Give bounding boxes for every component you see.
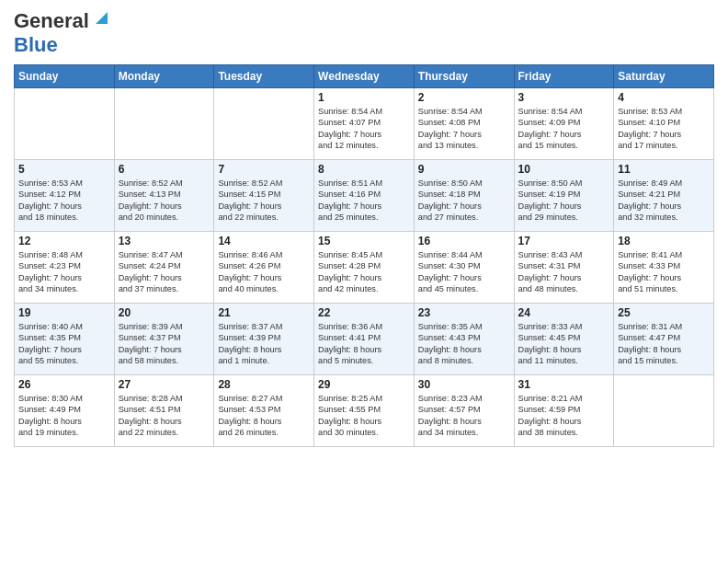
- day-number: 9: [418, 163, 510, 176]
- day-number: 29: [318, 378, 410, 391]
- calendar-week-1: 5Sunrise: 8:53 AMSunset: 4:12 PMDaylight…: [15, 160, 714, 232]
- calendar-cell: 25Sunrise: 8:31 AMSunset: 4:47 PMDayligh…: [614, 304, 714, 375]
- day-number: 1: [318, 91, 410, 104]
- calendar-cell: 9Sunrise: 8:50 AMSunset: 4:18 PMDaylight…: [414, 160, 514, 232]
- logo: General Blue: [14, 9, 108, 57]
- header: General Blue: [14, 9, 714, 57]
- day-info: Sunrise: 8:45 AMSunset: 4:28 PMDaylight:…: [318, 249, 410, 295]
- calendar-cell: 31Sunrise: 8:21 AMSunset: 4:59 PMDayligh…: [514, 375, 614, 447]
- calendar-cell: 22Sunrise: 8:36 AMSunset: 4:41 PMDayligh…: [314, 304, 415, 375]
- calendar-cell: [614, 375, 714, 447]
- day-number: 3: [518, 91, 610, 104]
- day-info: Sunrise: 8:23 AMSunset: 4:57 PMDaylight:…: [418, 393, 510, 439]
- day-info: Sunrise: 8:52 AMSunset: 4:13 PMDaylight:…: [119, 178, 210, 224]
- calendar-cell: 28Sunrise: 8:27 AMSunset: 4:53 PMDayligh…: [214, 375, 314, 447]
- calendar-cell: 13Sunrise: 8:47 AMSunset: 4:24 PMDayligh…: [114, 232, 214, 304]
- day-info: Sunrise: 8:43 AMSunset: 4:31 PMDaylight:…: [518, 249, 610, 295]
- day-number: 8: [318, 163, 410, 176]
- day-number: 14: [218, 235, 310, 247]
- day-number: 19: [18, 306, 110, 319]
- calendar-cell: 10Sunrise: 8:50 AMSunset: 4:19 PMDayligh…: [514, 160, 614, 232]
- day-info: Sunrise: 8:33 AMSunset: 4:45 PMDaylight:…: [518, 321, 610, 367]
- calendar-cell: 17Sunrise: 8:43 AMSunset: 4:31 PMDayligh…: [514, 232, 614, 304]
- col-header-sunday: Sunday: [15, 65, 115, 88]
- day-number: 2: [418, 91, 510, 104]
- calendar-cell: 26Sunrise: 8:30 AMSunset: 4:49 PMDayligh…: [15, 375, 115, 447]
- calendar-cell: 2Sunrise: 8:54 AMSunset: 4:08 PMDaylight…: [414, 88, 514, 160]
- calendar-cell: 8Sunrise: 8:51 AMSunset: 4:16 PMDaylight…: [314, 160, 415, 232]
- day-info: Sunrise: 8:54 AMSunset: 4:07 PMDaylight:…: [318, 106, 410, 152]
- day-info: Sunrise: 8:35 AMSunset: 4:43 PMDaylight:…: [418, 321, 510, 367]
- calendar-cell: 15Sunrise: 8:45 AMSunset: 4:28 PMDayligh…: [314, 232, 415, 304]
- day-info: Sunrise: 8:54 AMSunset: 4:09 PMDaylight:…: [518, 106, 610, 152]
- day-info: Sunrise: 8:37 AMSunset: 4:39 PMDaylight:…: [218, 321, 310, 367]
- day-number: 18: [618, 235, 710, 247]
- day-number: 7: [218, 163, 310, 176]
- calendar-cell: 23Sunrise: 8:35 AMSunset: 4:43 PMDayligh…: [414, 304, 514, 375]
- day-info: Sunrise: 8:50 AMSunset: 4:19 PMDaylight:…: [518, 178, 610, 224]
- calendar-cell: 14Sunrise: 8:46 AMSunset: 4:26 PMDayligh…: [214, 232, 314, 304]
- calendar-week-4: 26Sunrise: 8:30 AMSunset: 4:49 PMDayligh…: [15, 375, 714, 447]
- day-info: Sunrise: 8:47 AMSunset: 4:24 PMDaylight:…: [119, 249, 210, 295]
- calendar-cell: 20Sunrise: 8:39 AMSunset: 4:37 PMDayligh…: [114, 304, 214, 375]
- page: General Blue SundayMondayTuesdayWednesda…: [0, 0, 728, 563]
- day-info: Sunrise: 8:36 AMSunset: 4:41 PMDaylight:…: [318, 321, 410, 367]
- day-info: Sunrise: 8:21 AMSunset: 4:59 PMDaylight:…: [518, 393, 610, 439]
- day-number: 31: [518, 378, 610, 391]
- col-header-thursday: Thursday: [414, 65, 514, 88]
- calendar-week-0: 1Sunrise: 8:54 AMSunset: 4:07 PMDaylight…: [15, 88, 714, 160]
- calendar-cell: 12Sunrise: 8:48 AMSunset: 4:23 PMDayligh…: [15, 232, 115, 304]
- calendar-cell: 29Sunrise: 8:25 AMSunset: 4:55 PMDayligh…: [314, 375, 415, 447]
- col-header-tuesday: Tuesday: [214, 65, 314, 88]
- col-header-monday: Monday: [114, 65, 214, 88]
- calendar-week-2: 12Sunrise: 8:48 AMSunset: 4:23 PMDayligh…: [15, 232, 714, 304]
- day-number: 11: [618, 163, 710, 176]
- day-info: Sunrise: 8:54 AMSunset: 4:08 PMDaylight:…: [418, 106, 510, 152]
- calendar-cell: 16Sunrise: 8:44 AMSunset: 4:30 PMDayligh…: [414, 232, 514, 304]
- logo-icon: [91, 7, 108, 24]
- calendar-cell: 18Sunrise: 8:41 AMSunset: 4:33 PMDayligh…: [614, 232, 714, 304]
- day-number: 6: [119, 163, 210, 176]
- day-number: 21: [218, 306, 310, 319]
- calendar-cell: 19Sunrise: 8:40 AMSunset: 4:35 PMDayligh…: [15, 304, 115, 375]
- day-info: Sunrise: 8:30 AMSunset: 4:49 PMDaylight:…: [18, 393, 110, 439]
- calendar-cell: 5Sunrise: 8:53 AMSunset: 4:12 PMDaylight…: [15, 160, 115, 232]
- day-info: Sunrise: 8:41 AMSunset: 4:33 PMDaylight:…: [618, 249, 710, 295]
- day-number: 15: [318, 235, 410, 247]
- day-info: Sunrise: 8:25 AMSunset: 4:55 PMDaylight:…: [318, 393, 410, 439]
- calendar: SundayMondayTuesdayWednesdayThursdayFrid…: [14, 64, 714, 447]
- day-info: Sunrise: 8:46 AMSunset: 4:26 PMDaylight:…: [218, 249, 310, 295]
- day-number: 17: [518, 235, 610, 247]
- day-info: Sunrise: 8:51 AMSunset: 4:16 PMDaylight:…: [318, 178, 410, 224]
- calendar-week-3: 19Sunrise: 8:40 AMSunset: 4:35 PMDayligh…: [15, 304, 714, 375]
- day-info: Sunrise: 8:40 AMSunset: 4:35 PMDaylight:…: [18, 321, 110, 367]
- day-number: 16: [418, 235, 510, 247]
- day-info: Sunrise: 8:39 AMSunset: 4:37 PMDaylight:…: [119, 321, 210, 367]
- day-number: 13: [119, 235, 210, 247]
- calendar-header-row: SundayMondayTuesdayWednesdayThursdayFrid…: [15, 65, 714, 88]
- day-number: 27: [119, 378, 210, 391]
- day-number: 4: [618, 91, 710, 104]
- day-number: 30: [418, 378, 510, 391]
- day-info: Sunrise: 8:31 AMSunset: 4:47 PMDaylight:…: [618, 321, 710, 367]
- day-info: Sunrise: 8:48 AMSunset: 4:23 PMDaylight:…: [18, 249, 110, 295]
- day-number: 23: [418, 306, 510, 319]
- day-number: 5: [18, 163, 110, 176]
- day-number: 10: [518, 163, 610, 176]
- calendar-cell: 30Sunrise: 8:23 AMSunset: 4:57 PMDayligh…: [414, 375, 514, 447]
- calendar-cell: [214, 88, 314, 160]
- calendar-cell: 4Sunrise: 8:53 AMSunset: 4:10 PMDaylight…: [614, 88, 714, 160]
- calendar-cell: 21Sunrise: 8:37 AMSunset: 4:39 PMDayligh…: [214, 304, 314, 375]
- svg-marker-0: [96, 12, 108, 24]
- day-info: Sunrise: 8:53 AMSunset: 4:12 PMDaylight:…: [18, 178, 110, 224]
- day-number: 20: [119, 306, 210, 319]
- day-number: 22: [318, 306, 410, 319]
- calendar-cell: 6Sunrise: 8:52 AMSunset: 4:13 PMDaylight…: [114, 160, 214, 232]
- logo-general: General: [14, 9, 89, 33]
- day-info: Sunrise: 8:53 AMSunset: 4:10 PMDaylight:…: [618, 106, 710, 152]
- calendar-cell: 3Sunrise: 8:54 AMSunset: 4:09 PMDaylight…: [514, 88, 614, 160]
- day-number: 24: [518, 306, 610, 319]
- col-header-saturday: Saturday: [614, 65, 714, 88]
- day-info: Sunrise: 8:50 AMSunset: 4:18 PMDaylight:…: [418, 178, 510, 224]
- day-info: Sunrise: 8:49 AMSunset: 4:21 PMDaylight:…: [618, 178, 710, 224]
